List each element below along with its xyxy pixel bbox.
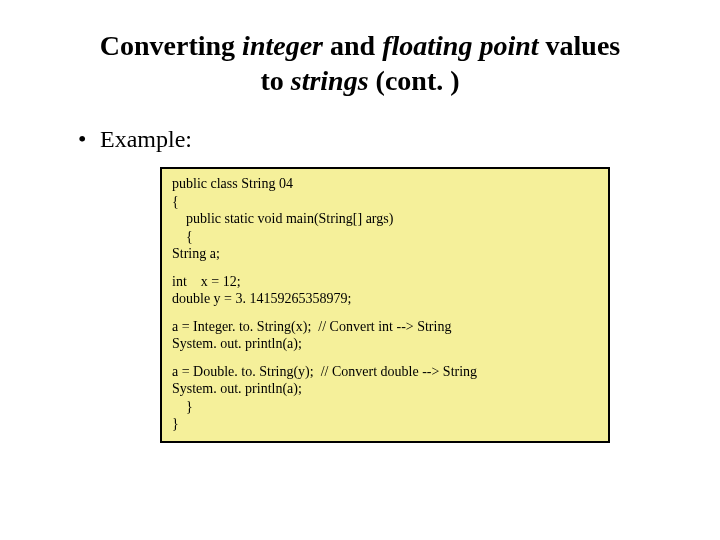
slide-title: Converting integer and floating point va… bbox=[50, 28, 670, 98]
code-line: } bbox=[172, 415, 598, 433]
code-line: a = Double. to. String(y); // Convert do… bbox=[172, 363, 598, 381]
title-part: values bbox=[539, 30, 621, 61]
code-line: System. out. println(a); bbox=[172, 380, 598, 398]
code-line: int x = 12; bbox=[172, 273, 598, 291]
code-line: double y = 3. 14159265358979; bbox=[172, 290, 598, 308]
code-paragraph: a = Integer. to. String(x); // Convert i… bbox=[172, 318, 598, 353]
bullet-dot-icon: • bbox=[78, 126, 100, 153]
title-part: strings bbox=[291, 65, 369, 96]
code-paragraph: int x = 12; double y = 3. 14159265358979… bbox=[172, 273, 598, 308]
bullet-item: • Example: bbox=[78, 126, 670, 153]
title-part: floating point bbox=[382, 30, 538, 61]
code-line: { bbox=[172, 193, 598, 211]
title-part: Converting bbox=[100, 30, 242, 61]
slide: Converting integer and floating point va… bbox=[0, 0, 720, 463]
code-line: } bbox=[172, 398, 598, 416]
code-paragraph: a = Double. to. String(y); // Convert do… bbox=[172, 363, 598, 433]
title-part: to bbox=[260, 65, 290, 96]
code-line: public static void main(String[] args) bbox=[172, 210, 598, 228]
title-part: and bbox=[323, 30, 382, 61]
code-paragraph: public class String 04 { public static v… bbox=[172, 175, 598, 263]
code-block: public class String 04 { public static v… bbox=[160, 167, 610, 443]
title-part: (cont. ) bbox=[369, 65, 460, 96]
code-line: String a; bbox=[172, 245, 598, 263]
code-line: System. out. println(a); bbox=[172, 335, 598, 353]
title-part: integer bbox=[242, 30, 323, 61]
code-line: public class String 04 bbox=[172, 175, 598, 193]
bullet-label: Example: bbox=[100, 126, 192, 153]
code-line: { bbox=[172, 228, 598, 246]
code-line: a = Integer. to. String(x); // Convert i… bbox=[172, 318, 598, 336]
